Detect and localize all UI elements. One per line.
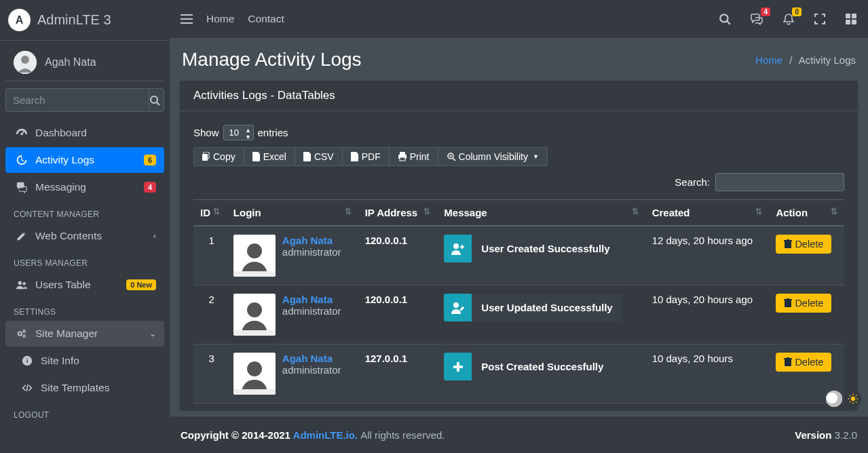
cell-id: 2	[193, 285, 227, 344]
csv-button[interactable]: CSV	[295, 147, 343, 166]
user-panel[interactable]: Agah Nata	[5, 41, 164, 81]
cell-action: Delete	[769, 285, 844, 344]
entries-select[interactable]: 10	[223, 125, 254, 140]
svg-point-12	[23, 335, 26, 338]
svg-rect-49	[787, 298, 789, 299]
button-label: Column Visibility	[459, 151, 528, 162]
svg-line-31	[453, 158, 455, 161]
sidebar-item-site-info[interactable]: i Site Info	[5, 348, 164, 374]
column-header-id[interactable]: ID⇅	[193, 200, 227, 226]
light-mode-toggle[interactable]	[826, 391, 842, 407]
column-header-login[interactable]: Login⇅	[227, 200, 358, 226]
copy-button[interactable]: Copy	[193, 147, 244, 166]
column-header-created[interactable]: Created⇅	[645, 200, 770, 226]
print-button[interactable]: Print	[390, 147, 438, 166]
search-button[interactable]	[149, 88, 164, 112]
table-row: 3Agah Nataadministrator127.0.0.1Post Cre…	[193, 344, 844, 403]
search-label: Search:	[675, 176, 710, 188]
sidebar-item-dashboard[interactable]: Dashboard	[5, 120, 164, 146]
cell-id: 3	[193, 344, 227, 403]
row-user-name[interactable]: Agah Nata	[282, 353, 341, 364]
svg-rect-17	[181, 18, 193, 20]
column-visibility-button[interactable]: Column Visibility ▼	[438, 147, 548, 166]
nav-header-users: USERS MANAGER	[5, 250, 164, 272]
pdf-button[interactable]: PDF	[343, 147, 390, 166]
badge: 0 New	[126, 279, 156, 290]
svg-line-5	[22, 131, 24, 134]
cell-id: 1	[193, 226, 227, 285]
svg-line-20	[727, 21, 730, 24]
row-user-name[interactable]: Agah Nata	[282, 235, 341, 246]
datatable-length: Show 10 ▴▾ entries	[193, 125, 844, 140]
cogs-icon	[14, 328, 30, 340]
svg-rect-40	[785, 241, 791, 248]
svg-rect-36	[233, 271, 276, 277]
column-header-action[interactable]: Action⇅	[769, 200, 844, 226]
comments-icon	[14, 181, 30, 193]
excel-button[interactable]: Excel	[244, 147, 295, 166]
column-header-message[interactable]: Message⇅	[437, 200, 645, 226]
breadcrumb-home[interactable]: Home	[755, 54, 782, 66]
svg-point-1	[21, 56, 29, 64]
cell-login: Agah Nataadministrator	[227, 285, 358, 344]
delete-button[interactable]: Delete	[776, 235, 831, 254]
avatar	[14, 51, 37, 74]
footer: Copyright © 2014-2021 AdminLTE.io. All r…	[170, 416, 868, 453]
svg-point-35	[247, 243, 262, 258]
row-avatar	[233, 235, 276, 277]
card-title: Activities Logs - DataTables	[180, 81, 858, 111]
sort-icon: ⇅	[831, 207, 837, 216]
user-name: Agah Nata	[45, 56, 96, 68]
sort-icon: ⇅	[345, 207, 352, 216]
card: Activities Logs - DataTables Show 10 ▴▾ …	[180, 81, 858, 410]
svg-rect-48	[784, 299, 792, 300]
row-user-name[interactable]: Agah Nata	[282, 294, 341, 305]
cell-created: 12 days, 20 hours ago	[645, 226, 770, 285]
svg-rect-41	[784, 240, 792, 241]
message-text: User Updated Successfully	[472, 302, 622, 313]
sidebar-item-web-contents[interactable]: Web Contents ‹	[5, 223, 164, 249]
svg-line-15	[26, 385, 28, 391]
svg-line-63	[850, 395, 850, 396]
column-header-ip[interactable]: IP Address⇅	[358, 200, 438, 226]
delete-button[interactable]: Delete	[776, 294, 831, 313]
dark-mode-toggle[interactable]	[845, 391, 861, 407]
sidebar-item-users-table[interactable]: Users Table 0 New	[5, 272, 164, 298]
svg-line-3	[157, 102, 159, 105]
topbar-search-icon[interactable]	[719, 13, 731, 25]
button-label: Delete	[795, 239, 823, 250]
search-input[interactable]	[5, 88, 149, 112]
edit-icon	[14, 230, 30, 242]
svg-rect-16	[181, 14, 193, 16]
top-link-contact[interactable]: Contact	[248, 13, 284, 25]
brand[interactable]: A AdminLTE 3	[0, 0, 170, 41]
svg-rect-22	[852, 14, 856, 18]
badge: 6	[144, 155, 156, 165]
rights-text: All rights reserved.	[360, 429, 445, 441]
topbar-expand-icon[interactable]	[814, 13, 826, 25]
topbar-comments-icon[interactable]: 4	[750, 13, 763, 25]
menu-toggle-icon[interactable]	[181, 13, 193, 25]
button-label: PDF	[362, 151, 381, 162]
table-row: 2Agah Nataadministrator120.0.0.1User Upd…	[193, 285, 844, 344]
delete-button[interactable]: Delete	[776, 353, 831, 372]
chevron-left-icon: ‹	[153, 231, 156, 241]
svg-rect-55	[785, 359, 791, 366]
button-label: Copy	[213, 151, 235, 162]
content: Manage Activity Logs Home / Activity Log…	[170, 39, 868, 453]
brand-logo: A	[8, 9, 31, 31]
sidebar-item-messaging[interactable]: Messaging 4	[5, 174, 164, 200]
sidebar-search	[5, 88, 164, 112]
topbar-grid-icon[interactable]	[845, 13, 857, 25]
footer-link[interactable]: AdminLTE.io.	[293, 429, 358, 441]
button-label: Print	[410, 151, 430, 162]
sidebar-item-site-manager[interactable]: Site Manager ⌄	[5, 321, 164, 347]
top-link-home[interactable]: Home	[206, 13, 234, 25]
sidebar: A AdminLTE 3 Agah Nata Dashboard Activit…	[0, 0, 170, 453]
sidebar-item-activity-logs[interactable]: Activity Logs 6	[5, 147, 164, 173]
show-label: Show	[193, 127, 219, 138]
sidebar-item-site-templates[interactable]: Site Templates	[5, 375, 164, 401]
topbar-bell-icon[interactable]: 0	[782, 13, 795, 25]
sidebar-item-label: Site Info	[41, 355, 156, 367]
datatable-search-input[interactable]	[715, 173, 844, 191]
